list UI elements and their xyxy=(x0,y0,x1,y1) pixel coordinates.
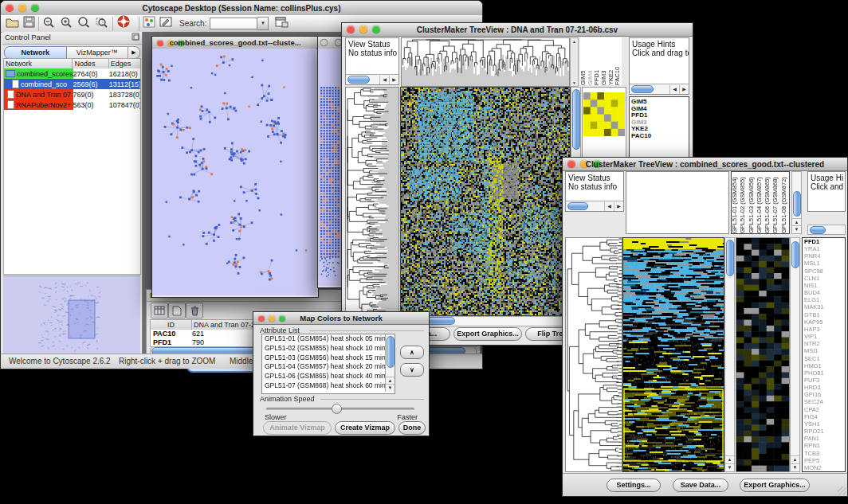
resize-grip[interactable] xyxy=(838,486,846,495)
usage-scrollbar[interactable] xyxy=(807,225,846,235)
global-heatmap[interactable] xyxy=(622,237,724,472)
scroll-left-icon[interactable]: ◀ xyxy=(604,202,614,211)
zoom-selected-icon[interactable] xyxy=(95,16,109,32)
attribute-list[interactable]: GPL51-01 (GSM854) heat shock 05 minGPL51… xyxy=(261,334,395,394)
animate-vizmap-button[interactable]: Animate Vizmap xyxy=(263,421,332,435)
zoom-vscrollbar[interactable]: ▲ ▼ xyxy=(790,237,800,472)
col-header-network[interactable]: Network xyxy=(4,59,73,68)
network-list-row[interactable]: combined_sco2569(6)13112(15) xyxy=(4,79,140,89)
plugin-icon-2[interactable] xyxy=(159,16,173,31)
row-dendrogram[interactable] xyxy=(565,237,622,472)
main-titlebar[interactable]: Cytoscape Desktop (Session Name: collins… xyxy=(1,1,482,16)
new-attribute-icon[interactable] xyxy=(168,303,186,318)
scroll-up-icon[interactable]: ▲ xyxy=(791,455,799,463)
help-lifesaver-icon[interactable] xyxy=(116,15,131,32)
gene-label: PHO81 xyxy=(803,369,845,377)
column-label: YKE2 xyxy=(608,37,615,85)
table-mode-icon[interactable] xyxy=(151,303,168,318)
search-input[interactable] xyxy=(210,18,257,29)
window-icon[interactable] xyxy=(275,16,289,31)
spin-down-icon[interactable]: ▼ xyxy=(571,80,578,85)
array-label: GPL51-06 (GSM865) xyxy=(764,172,772,233)
zoom-matrix[interactable] xyxy=(583,92,625,136)
attribute-items: GPL51-01 (GSM854) heat shock 05 minGPL51… xyxy=(262,334,395,391)
network-list-row[interactable]: combined_scores_2764(0)16218(0) xyxy=(4,68,140,79)
move-up-button[interactable]: ∧ xyxy=(400,346,424,359)
treeview2-window: ClusterMaker TreeView : combined_scores_… xyxy=(562,157,848,497)
scroll-down-icon[interactable]: ▼ xyxy=(386,384,395,392)
label-vscrollbar[interactable]: ▲ ▼ xyxy=(791,171,802,234)
column-dendrogram[interactable] xyxy=(401,37,570,87)
gene-label: CPA2 xyxy=(803,406,845,413)
network-list-row[interactable]: RNAPuberNov2+563(0)107847(0) xyxy=(4,100,140,110)
open-file-icon[interactable] xyxy=(6,16,19,31)
attribute-item[interactable]: GPL51-02 (GSM855) heat shock 10 min xyxy=(262,344,395,354)
gene-label: MAK31 xyxy=(803,303,845,311)
usage-hints-panel: Usage Hints Click and drag tc ◀ ▶ xyxy=(629,37,689,95)
treeview2-titlebar[interactable]: ClusterMaker TreeView : combined_scores_… xyxy=(563,158,847,171)
network-list-row[interactable]: DNA and Tran 07769(0)183728(0) xyxy=(4,89,140,100)
speed-slider-thumb[interactable] xyxy=(332,404,342,414)
delete-attribute-icon[interactable] xyxy=(186,303,203,318)
scroll-up-icon[interactable]: ▲ xyxy=(725,455,734,463)
zoom-in-icon[interactable] xyxy=(60,16,74,32)
col-header-nodes[interactable]: Nodes xyxy=(73,59,108,68)
col-header-edges[interactable]: Edges xyxy=(109,59,140,68)
export-graphics-button[interactable]: Export Graphics... xyxy=(740,479,810,492)
row-dendrogram[interactable] xyxy=(345,87,399,316)
view-status-scrollbar[interactable]: ◀ ▶ xyxy=(346,74,398,84)
scroll-left-icon[interactable]: ◀ xyxy=(669,85,679,94)
save-data-button[interactable]: Save Data... xyxy=(673,479,728,492)
zoom-out-icon[interactable] xyxy=(42,16,57,32)
dialog-titlebar[interactable]: Map Colors to Network xyxy=(253,312,429,325)
scroll-down-icon[interactable]: ▼ xyxy=(792,225,801,233)
zoom-fit-icon[interactable] xyxy=(77,16,92,32)
list-vscrollbar[interactable]: ▲ ▼ xyxy=(385,334,395,392)
zoom-column-labels: GIM5GIM4PFD1GIM3YKE2PAC10 xyxy=(580,37,622,85)
close-button[interactable] xyxy=(320,39,328,46)
attribute-item[interactable]: GPL51-03 (GSM856) heat shock 15 min xyxy=(262,354,395,363)
network-titlebar[interactable]: combined_scores_good.txt--cluste... xyxy=(152,37,318,49)
done-button[interactable]: Done xyxy=(398,421,426,435)
scroll-down-icon[interactable]: ▼ xyxy=(725,463,734,471)
heatmap-vscrollbar[interactable]: ▲ ▼ xyxy=(724,237,735,472)
id-column-header[interactable]: ID xyxy=(151,320,192,330)
plugin-icon-1[interactable] xyxy=(143,16,155,31)
tab-overflow-icon[interactable]: ▶ xyxy=(128,46,140,59)
search-dropdown-icon[interactable]: ▼ xyxy=(257,17,269,30)
birdseye-view[interactable] xyxy=(3,275,140,354)
spin-up-icon[interactable]: ▲ xyxy=(571,39,578,44)
column-label: GIM3 xyxy=(601,37,608,85)
treeview1-titlebar[interactable]: ClusterMaker TreeView : DNA and Tran 07-… xyxy=(342,23,693,37)
view-status-panel: View Status No status info ◀ ▶ xyxy=(565,171,624,212)
tab-vizmapper[interactable]: VizMapper™ xyxy=(67,46,129,59)
toolbar-separator xyxy=(112,17,113,31)
move-down-button[interactable]: ∨ xyxy=(400,363,424,377)
settings-button[interactable]: Settings... xyxy=(607,479,661,492)
save-icon[interactable] xyxy=(23,16,35,31)
global-heatmap[interactable] xyxy=(400,87,571,316)
create-vizmap-button[interactable]: Create Vizmap xyxy=(335,421,395,435)
float-panel-icon[interactable] xyxy=(132,33,139,43)
column-dendrogram-area[interactable] xyxy=(626,171,729,234)
tab-network[interactable]: Network xyxy=(4,46,67,59)
attribute-item[interactable]: GPL51-01 (GSM854) heat shock 05 min xyxy=(262,334,395,344)
scroll-right-icon[interactable]: ▶ xyxy=(679,85,689,94)
label-spinner[interactable]: ▲ ▼ xyxy=(570,37,579,87)
attribute-item[interactable]: GPL51-04 (GSM857) heat shock 20 min xyxy=(262,362,395,372)
export-graphics-button[interactable]: Export Graphics... xyxy=(453,327,522,341)
attribute-item[interactable]: GPL51-07 (GSM868) heat shock 60 min xyxy=(262,381,395,391)
network-canvas-2[interactable] xyxy=(318,49,341,286)
scroll-down-icon[interactable]: ▼ xyxy=(791,463,799,471)
usage-scrollbar[interactable]: ◀ ▶ xyxy=(630,84,689,94)
scroll-left-icon[interactable]: ◀ xyxy=(379,76,389,84)
attribute-item[interactable]: GPL51-06 (GSM865) heat shock 40 min xyxy=(262,372,395,381)
zoom-heatmap[interactable] xyxy=(736,237,790,472)
view-status-scrollbar[interactable]: ◀ ▶ xyxy=(566,201,623,211)
group-divider xyxy=(309,330,424,331)
scroll-right-icon[interactable]: ▶ xyxy=(389,76,398,84)
network-titlebar-2[interactable] xyxy=(318,37,343,49)
network-canvas[interactable] xyxy=(152,49,316,295)
scroll-right-icon[interactable]: ▶ xyxy=(614,202,623,211)
gene-label: GTB1 xyxy=(803,311,845,318)
